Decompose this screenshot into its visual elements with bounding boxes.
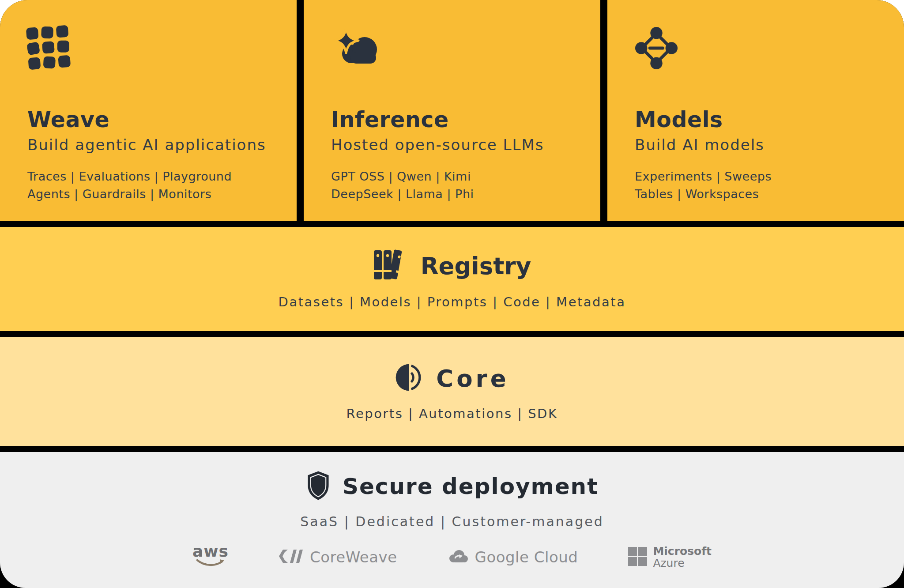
secure-items: SaaS | Dedicated | Customer-managed bbox=[300, 514, 603, 529]
registry-header: Registry bbox=[373, 249, 531, 283]
microsoft-azure-logo: Microsoft Azure bbox=[627, 545, 712, 569]
microsoft-label: Microsoft bbox=[653, 545, 712, 558]
feature-line: GPT OSS | Qwen | Kimi bbox=[331, 168, 583, 185]
feature-line: Tables | Workspaces bbox=[635, 185, 886, 203]
registry-title: Registry bbox=[421, 253, 531, 279]
weave-grid-icon bbox=[27, 26, 279, 70]
azure-label: Azure bbox=[653, 557, 712, 569]
feature-line: Traces | Evaluations | Playground bbox=[27, 168, 279, 185]
binders-icon bbox=[373, 249, 408, 283]
microsoft-squares-icon bbox=[627, 546, 648, 568]
google-cloud-icon bbox=[447, 548, 470, 566]
card-feature-list: Experiments | Sweeps Tables | Workspaces bbox=[635, 168, 886, 203]
google-cloud-logo: Google Cloud bbox=[447, 548, 578, 566]
secure-header: Secure deployment bbox=[305, 470, 599, 503]
coreweave-logo-text: CoreWeave bbox=[310, 548, 397, 566]
shield-icon bbox=[305, 470, 331, 503]
coreweave-mark-icon bbox=[278, 549, 305, 565]
aws-logo-text: aws bbox=[192, 544, 229, 558]
card-feature-list: GPT OSS | Qwen | Kimi DeepSeek | Llama |… bbox=[331, 168, 583, 203]
card-subtitle: Build agentic AI applications bbox=[27, 136, 279, 154]
aws-smile-icon bbox=[196, 559, 225, 570]
half-circle-arcs-icon bbox=[395, 362, 424, 395]
core-band: Core Reports | Automations | SDK bbox=[0, 337, 904, 446]
coreweave-logo: CoreWeave bbox=[278, 548, 397, 566]
card-inference: Inference Hosted open-source LLMs GPT OS… bbox=[304, 0, 600, 221]
card-feature-list: Traces | Evaluations | Playground Agents… bbox=[27, 168, 279, 203]
card-subtitle: Hosted open-source LLMs bbox=[331, 136, 583, 154]
card-weave: Weave Build agentic AI applications Trac… bbox=[0, 0, 297, 221]
card-title: Weave bbox=[27, 108, 279, 132]
secure-title: Secure deployment bbox=[343, 474, 599, 499]
feature-line: DeepSeek | Llama | Phi bbox=[331, 185, 583, 203]
core-header: Core bbox=[395, 362, 509, 395]
product-stack-diagram: Weave Build agentic AI applications Trac… bbox=[0, 0, 904, 588]
feature-line: Agents | Guardrails | Monitors bbox=[27, 185, 279, 203]
products-row: Weave Build agentic AI applications Trac… bbox=[0, 0, 904, 221]
card-title: Inference bbox=[331, 108, 583, 132]
card-models: Models Build AI models Experiments | Swe… bbox=[607, 0, 904, 221]
google-cloud-logo-text: Google Cloud bbox=[475, 548, 578, 566]
aws-logo: aws bbox=[192, 544, 229, 570]
feature-line: Experiments | Sweeps bbox=[635, 168, 886, 185]
card-subtitle: Build AI models bbox=[635, 136, 886, 154]
card-title: Models bbox=[635, 108, 886, 132]
registry-items: Datasets | Models | Prompts | Code | Met… bbox=[279, 294, 626, 309]
core-items: Reports | Automations | SDK bbox=[347, 406, 558, 421]
microsoft-azure-logo-text: Microsoft Azure bbox=[653, 545, 712, 569]
sparkle-cloud-icon bbox=[331, 26, 583, 70]
cloud-provider-logos: aws bbox=[192, 544, 712, 570]
core-title: Core bbox=[436, 365, 509, 392]
registry-band: Registry Datasets | Models | Prompts | C… bbox=[0, 227, 904, 331]
network-diamond-icon bbox=[635, 26, 886, 70]
secure-deployment-section: Secure deployment SaaS | Dedicated | Cus… bbox=[0, 452, 904, 588]
